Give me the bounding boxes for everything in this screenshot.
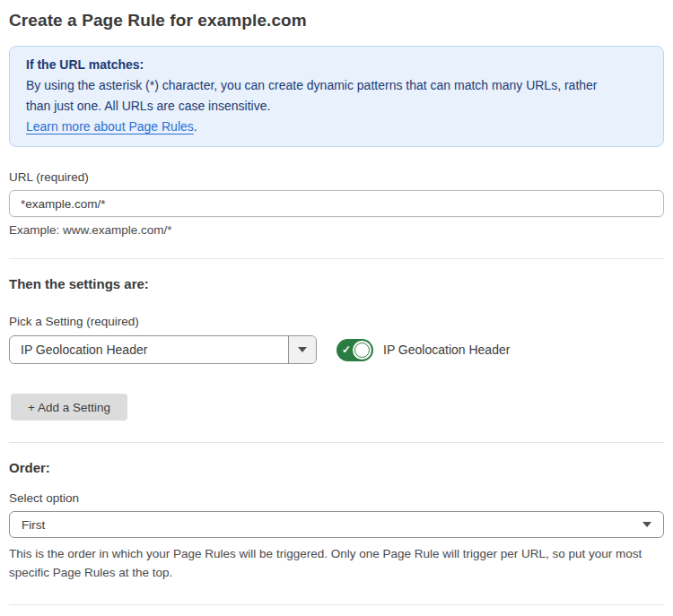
page-title: Create a Page Rule for example.com [9,11,664,30]
setting-row: IP Geolocation Header ✓ IP Geolocation H… [9,335,664,364]
divider-url-settings [9,258,664,259]
link-period: . [194,119,197,134]
divider-settings-order [9,442,664,443]
pick-setting-label: Pick a Setting (required) [9,315,664,328]
order-select-label: Select option [9,491,664,505]
url-field-label: URL (required) [9,170,664,184]
url-input[interactable] [9,190,664,217]
setting-select-arrow-button[interactable] [288,336,316,363]
setting-select[interactable]: IP Geolocation Header [9,335,317,364]
ip-geolocation-toggle[interactable]: ✓ [336,339,373,361]
divider-order-actions [9,604,664,605]
info-box-heading: If the URL matches: [26,55,647,75]
chevron-down-icon [642,522,651,527]
check-icon: ✓ [342,344,351,355]
settings-section-heading: Then the settings are: [9,276,664,291]
order-select[interactable]: First [9,511,664,538]
url-example-helper: Example: www.example.com/* [9,223,664,237]
chevron-down-icon [298,347,307,352]
setting-select-value: IP Geolocation Header [10,336,288,363]
create-page-rule-form: Create a Page Rule for example.com If th… [0,0,673,616]
add-setting-button[interactable]: + Add a Setting [11,394,127,421]
order-section-heading: Order: [9,460,664,475]
toggle-knob [353,341,371,360]
order-help-text: This is the order in which your Page Rul… [9,544,655,582]
info-box-link-line: Learn more about Page Rules. [26,117,647,137]
url-match-info-box: If the URL matches: By using the asteris… [9,46,664,147]
learn-more-link[interactable]: Learn more about Page Rules [26,119,194,134]
info-box-body: By using the asterisk (*) character, you… [26,75,618,117]
order-select-value: First [22,518,642,532]
toggle-label: IP Geolocation Header [383,343,510,357]
